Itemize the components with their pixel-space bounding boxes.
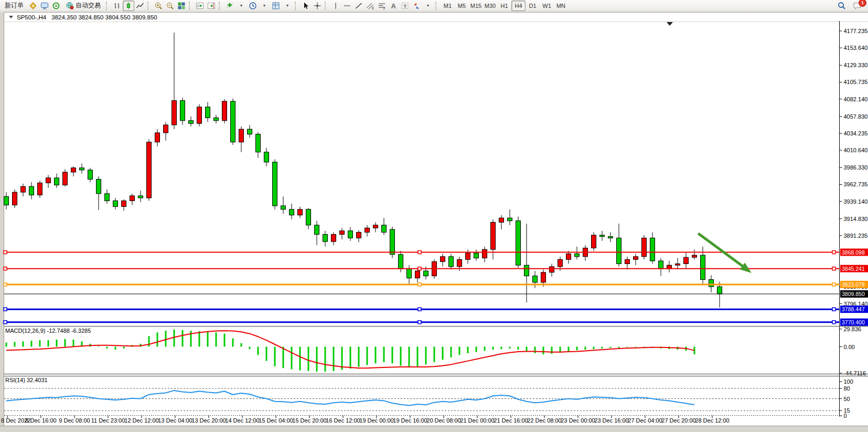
svg-text:0.00: 0.00 bbox=[844, 344, 855, 350]
signal-icon[interactable] bbox=[50, 1, 62, 11]
toolbar-grip bbox=[106, 2, 109, 10]
candle-chart-icon[interactable] bbox=[123, 1, 134, 11]
auto-trading-button[interactable]: 自动交易 bbox=[62, 1, 104, 11]
horizontal-line-icon[interactable] bbox=[341, 1, 353, 11]
price-axis[interactable]: 4177.2354153.6404129.3304105.7354082.140… bbox=[840, 28, 868, 419]
bar-chart-icon[interactable] bbox=[111, 1, 123, 11]
fibonacci-icon[interactable]: F bbox=[376, 1, 388, 11]
svg-text:F: F bbox=[383, 6, 385, 10]
horizontal-line-objects[interactable] bbox=[4, 251, 840, 324]
symbol-period-label: SP500-,H4 bbox=[17, 14, 46, 20]
svg-text:4057.830: 4057.830 bbox=[844, 113, 868, 120]
time-axis[interactable]: 8 Dec 20228 Dec 16:009 Dec 08:0011 Dec 2… bbox=[1, 416, 730, 424]
svg-text:19 Dec 16:00: 19 Dec 16:00 bbox=[393, 417, 427, 424]
svg-text:50: 50 bbox=[844, 396, 850, 402]
svg-text:E: E bbox=[372, 6, 374, 10]
svg-text:29.836: 29.836 bbox=[844, 326, 862, 332]
timeframe-m15[interactable]: M15 bbox=[469, 1, 483, 11]
timeframe-h1[interactable]: H1 bbox=[497, 1, 511, 11]
svg-text:19 Dec 00:00: 19 Dec 00:00 bbox=[359, 417, 393, 424]
vertical-line-icon[interactable] bbox=[330, 1, 341, 11]
new-order-button[interactable]: 新订单 bbox=[1, 1, 27, 11]
period-dropdown[interactable]: ▾ bbox=[259, 1, 270, 11]
rsi-indicator: RSI(14) 32.4031 bbox=[5, 377, 694, 406]
period-clock-icon[interactable] bbox=[247, 1, 259, 11]
timeframe-mn[interactable]: MN bbox=[554, 1, 568, 11]
timeframe-d1[interactable]: D1 bbox=[526, 1, 540, 11]
candlestick-series bbox=[4, 33, 722, 308]
svg-text:-44.7116: -44.7116 bbox=[844, 370, 866, 376]
price-label-pills: 3868.0983845.2413823.0783788.4473770.400… bbox=[840, 249, 868, 326]
chevron-down-icon[interactable] bbox=[9, 16, 13, 18]
notification-badge: 1 bbox=[859, 0, 866, 7]
channel-icon[interactable]: E bbox=[365, 1, 376, 11]
svg-text:3868.098: 3868.098 bbox=[842, 249, 865, 256]
svg-text:21 Dec 00:00: 21 Dec 00:00 bbox=[460, 417, 494, 424]
main-toolbar: 新订单 自动交易 ▾ bbox=[0, 0, 868, 12]
svg-text:3788.447: 3788.447 bbox=[842, 306, 865, 312]
gold-seal-icon[interactable] bbox=[27, 1, 39, 11]
svg-text:11 Dec 23:00: 11 Dec 23:00 bbox=[91, 417, 125, 424]
text-label-icon[interactable]: T bbox=[399, 1, 411, 11]
svg-text:23 Dec 00:00: 23 Dec 00:00 bbox=[561, 417, 595, 424]
toolbar-grip bbox=[295, 2, 297, 10]
add-indicator-dropdown[interactable]: ▾ bbox=[235, 1, 247, 11]
zoom-out-icon[interactable] bbox=[164, 1, 176, 11]
chart-shift-marker[interactable] bbox=[667, 22, 673, 26]
shapes-dropdown[interactable]: ▾ bbox=[422, 1, 434, 11]
auto-trading-label: 自动交易 bbox=[76, 1, 101, 10]
tile-windows-icon[interactable] bbox=[176, 1, 187, 11]
auto-scroll-icon[interactable] bbox=[194, 1, 206, 11]
toolbar-grip bbox=[325, 2, 327, 10]
timeframe-w1[interactable]: W1 bbox=[540, 1, 554, 11]
svg-text:T: T bbox=[404, 3, 407, 8]
ohlc-values: 3824.350 3824.850 3804.550 3809.850 bbox=[51, 14, 157, 20]
svg-text:27 Dec 04:00: 27 Dec 04:00 bbox=[628, 417, 662, 424]
cursor-icon[interactable] bbox=[300, 1, 312, 11]
svg-text:20 Dec 08:00: 20 Dec 08:00 bbox=[426, 417, 460, 424]
svg-text:27 Dec 20:00: 27 Dec 20:00 bbox=[661, 417, 695, 424]
svg-text:23 Dec 16:00: 23 Dec 16:00 bbox=[594, 417, 628, 424]
timeframe-h4[interactable]: H4 bbox=[511, 1, 526, 11]
toolbar-grip bbox=[435, 2, 438, 10]
svg-text:15 Dec 20:00: 15 Dec 20:00 bbox=[292, 417, 326, 424]
svg-text:3845.241: 3845.241 bbox=[842, 266, 865, 272]
crosshair-icon[interactable] bbox=[312, 1, 323, 11]
toolbar-grip bbox=[147, 2, 150, 10]
svg-text:3891.235: 3891.235 bbox=[844, 233, 868, 239]
shapes-icon[interactable] bbox=[411, 1, 422, 11]
svg-text:14 Dec 12:00: 14 Dec 12:00 bbox=[225, 417, 259, 424]
market-watch-icon[interactable] bbox=[39, 1, 50, 11]
add-indicator-icon[interactable] bbox=[224, 1, 235, 11]
svg-text:21 Dec 16:00: 21 Dec 16:00 bbox=[494, 417, 528, 424]
svg-text:15 Dec 04:00: 15 Dec 04:00 bbox=[259, 417, 293, 424]
template-icon[interactable] bbox=[270, 1, 282, 11]
template-dropdown[interactable]: ▾ bbox=[282, 1, 293, 11]
svg-text:3914.830: 3914.830 bbox=[844, 216, 868, 222]
line-chart-icon[interactable] bbox=[134, 1, 146, 11]
macd-label: MACD(12,26,9) -12.7488 -6.3285 bbox=[5, 328, 91, 334]
trading-app-window: { "toolbar": { "new_order_label": "新订单",… bbox=[0, 0, 868, 432]
svg-text:3823.078: 3823.078 bbox=[842, 281, 865, 288]
svg-text:80: 80 bbox=[844, 385, 850, 392]
svg-text:4153.640: 4153.640 bbox=[844, 45, 868, 51]
zoom-in-icon[interactable] bbox=[153, 1, 164, 11]
trendline-icon[interactable] bbox=[353, 1, 365, 11]
search-icon[interactable] bbox=[835, 1, 848, 11]
svg-text:3962.735: 3962.735 bbox=[844, 181, 868, 187]
svg-text:16 Dec 12:00: 16 Dec 12:00 bbox=[326, 417, 360, 424]
timeframe-m30[interactable]: M30 bbox=[483, 1, 497, 11]
svg-text:A: A bbox=[391, 2, 397, 9]
svg-text:13 Dec 04:00: 13 Dec 04:00 bbox=[158, 417, 192, 424]
timeframe-m5[interactable]: M5 bbox=[455, 1, 469, 11]
svg-text:22 Dec 08:00: 22 Dec 08:00 bbox=[527, 417, 561, 424]
text-icon[interactable]: A bbox=[388, 1, 399, 11]
trend-arrow-annotation[interactable] bbox=[699, 234, 752, 273]
chart-canvas[interactable]: 4177.2354153.6404129.3304105.7354082.140… bbox=[0, 21, 868, 426]
pane-frames bbox=[4, 21, 868, 417]
svg-text:3939.140: 3939.140 bbox=[844, 198, 868, 205]
chat-icon[interactable]: 1 bbox=[851, 1, 864, 11]
timeframe-m1[interactable]: M1 bbox=[441, 1, 455, 11]
svg-text:3809.850: 3809.850 bbox=[842, 291, 865, 297]
chart-shift-icon[interactable] bbox=[206, 1, 217, 11]
